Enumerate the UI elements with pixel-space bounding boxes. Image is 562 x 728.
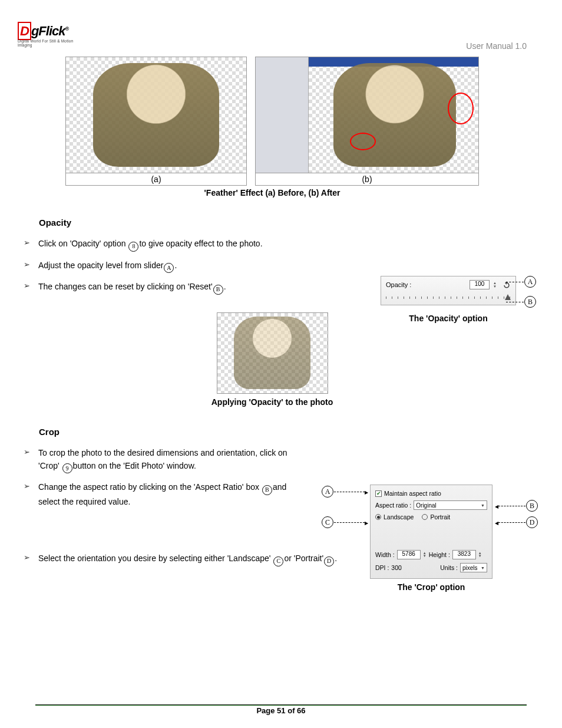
opacity-panel-caption: The 'Opacity' option xyxy=(381,314,516,323)
opacity-value-input[interactable]: 100 xyxy=(470,280,490,289)
opacity-apply-figure: Applying 'Opacity' to the photo xyxy=(18,312,527,407)
manual-version: User Manual 1.0 xyxy=(466,41,527,51)
red-circle-annotation xyxy=(350,133,376,150)
dpi-value: 300 xyxy=(391,564,408,571)
circled-8: 8 xyxy=(128,242,138,252)
circled-b: B xyxy=(262,485,272,495)
height-input[interactable]: 3823 xyxy=(452,550,476,559)
landscape-label: Landscape xyxy=(384,513,414,521)
feather-after-image xyxy=(255,57,479,173)
page-header: DgFlick® Digital World For Still & Motio… xyxy=(18,24,527,51)
opacity-apply-caption: Applying 'Opacity' to the photo xyxy=(18,397,527,407)
opacity-bullet-2: Adjust the opacity level from sliderA. xyxy=(24,259,527,274)
portrait-label: Portrait xyxy=(430,513,450,521)
opacity-spinner[interactable]: ▲▼ xyxy=(493,281,499,288)
crop-bullet-1: To crop the photo to the desired dimensi… xyxy=(24,446,527,474)
feather-caption: 'Feather' Effect (a) Before, (b) After xyxy=(18,188,527,197)
marker-d-crop: D xyxy=(495,516,538,528)
crop-panel: Maintain aspect ratio Aspect ratio : Ori… xyxy=(370,485,492,579)
circled-d: D xyxy=(324,556,334,566)
crop-heading: Crop xyxy=(39,427,527,437)
maintain-aspect-checkbox[interactable] xyxy=(375,490,382,497)
opacity-applied-image xyxy=(217,312,328,394)
page-footer: Page 51 of 66 xyxy=(35,704,527,715)
marker-c-crop: C xyxy=(321,516,368,528)
aspect-ratio-select[interactable]: Original▼ xyxy=(414,500,487,510)
brand-name: DgFlick® xyxy=(18,24,82,39)
units-label: Units : xyxy=(440,564,458,571)
height-spinner[interactable]: ▲▼ xyxy=(478,552,482,558)
feather-figure-row: (a) (b) xyxy=(18,57,527,186)
marker-b: B xyxy=(506,296,537,308)
feather-after-label: (b) xyxy=(255,173,479,186)
brand-logo: DgFlick® Digital World For Still & Motio… xyxy=(18,24,82,47)
brand-tagline: Digital World For Still & Motion Imaging xyxy=(18,39,82,47)
maintain-aspect-label: Maintain aspect ratio xyxy=(384,490,441,497)
marker-a: A xyxy=(506,276,537,288)
height-label: Height : xyxy=(429,551,450,558)
opacity-slider[interactable] xyxy=(386,294,511,301)
circled-b: B xyxy=(213,285,223,295)
width-input[interactable]: 5786 xyxy=(397,550,421,559)
marker-a-crop: A xyxy=(321,486,368,498)
dpi-label: DPI : xyxy=(375,564,389,571)
circled-9: 9 xyxy=(62,463,72,473)
feather-before-image xyxy=(65,57,247,173)
aspect-ratio-label: Aspect ratio : xyxy=(375,502,411,509)
feather-before-cell: (a) xyxy=(65,57,247,186)
opacity-heading: Opacity xyxy=(39,218,527,228)
red-circle-annotation xyxy=(448,93,474,124)
marker-b-crop: B xyxy=(495,500,538,512)
opacity-bullet-1: Click on 'Opacity' option 8to give opaci… xyxy=(24,237,527,252)
units-select[interactable]: pixels▼ xyxy=(460,563,487,572)
width-label: Width : xyxy=(375,551,395,558)
circled-c: C xyxy=(273,556,283,566)
landscape-radio[interactable] xyxy=(375,514,381,520)
crop-panel-caption: The 'Crop' option xyxy=(370,582,492,592)
page-number: Page 51 of 66 xyxy=(256,706,305,715)
circled-a: A xyxy=(164,263,174,273)
width-spinner[interactable]: ▲▼ xyxy=(423,552,427,558)
feather-before-label: (a) xyxy=(65,173,247,186)
opacity-label: Opacity : xyxy=(386,281,466,288)
feather-after-cell: (b) xyxy=(255,57,479,186)
portrait-radio[interactable] xyxy=(422,514,428,520)
opacity-panel: Opacity : 100 ▲▼ xyxy=(381,276,516,305)
